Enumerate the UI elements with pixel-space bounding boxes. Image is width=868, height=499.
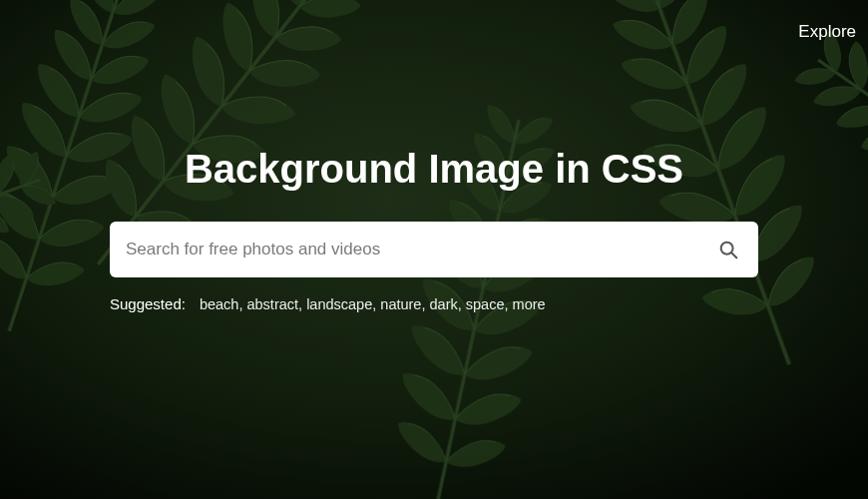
search-box bbox=[110, 222, 758, 277]
page-title: Background Image in CSS bbox=[110, 147, 758, 192]
suggested-tag-abstract[interactable]: abstract bbox=[246, 296, 298, 312]
tag-separator: , bbox=[298, 296, 306, 312]
hero-section: Explore Background Image in CSS Suggeste… bbox=[0, 0, 868, 499]
suggested-tag-beach[interactable]: beach bbox=[200, 296, 239, 312]
hero-content: Background Image in CSS Suggested: beach… bbox=[110, 147, 758, 312]
search-icon[interactable] bbox=[714, 236, 742, 263]
suggested-tag-landscape[interactable]: landscape bbox=[306, 296, 372, 312]
suggested-tag-space[interactable]: space bbox=[466, 296, 505, 312]
suggested-tag-dark[interactable]: dark bbox=[430, 296, 458, 312]
suggested-tag-more[interactable]: more bbox=[513, 296, 546, 312]
tag-separator: , bbox=[458, 296, 466, 312]
suggested-tags: beach, abstract, landscape, nature, dark… bbox=[200, 296, 546, 312]
suggested-label: Suggested: bbox=[110, 295, 186, 312]
top-nav: Explore bbox=[786, 0, 868, 64]
tag-separator: , bbox=[504, 296, 512, 312]
suggested-row: Suggested: beach, abstract, landscape, n… bbox=[110, 295, 758, 312]
search-input[interactable] bbox=[126, 240, 714, 259]
explore-link[interactable]: Explore bbox=[798, 22, 856, 41]
suggested-tag-nature[interactable]: nature bbox=[380, 296, 421, 312]
svg-line-4 bbox=[731, 252, 736, 257]
tag-separator: , bbox=[421, 296, 429, 312]
